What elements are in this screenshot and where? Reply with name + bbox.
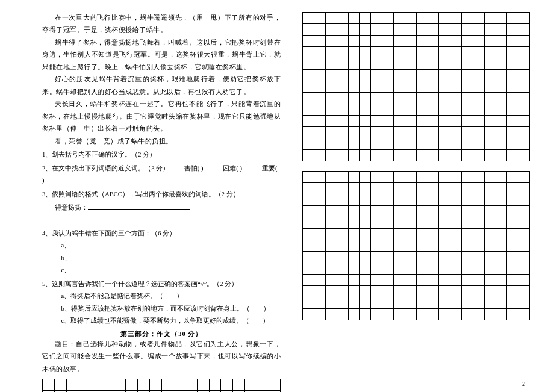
question-3: 3、依照词语的格式（ABCC），写出两个你最喜欢的词语。（2 分） <box>42 188 281 201</box>
q4c-label: c、 <box>61 267 71 273</box>
essay-prompt: 题目：自己选择几种动物，或者几件物品，以它们为主人公，想象一下，它们之间可能会发… <box>42 338 281 375</box>
q4b-label: b、 <box>61 255 71 261</box>
q2-w2: ) 困难( <box>201 165 238 172</box>
q2-w1: 害怕( <box>184 165 200 172</box>
page-number: 2 <box>522 381 525 387</box>
blank[interactable] <box>42 215 145 222</box>
blank[interactable] <box>70 266 227 273</box>
q4c-line: c、 <box>42 264 281 276</box>
passage-p1: 在一次重大的飞行比赛中，蜗牛遥遥领先，（用 甩）下了所有的对手，夺得了冠军。于是… <box>42 12 281 37</box>
q2-w4: ) <box>42 177 45 184</box>
writing-grid-left[interactable] <box>42 379 281 392</box>
left-column: 在一次重大的飞行比赛中，蜗牛遥遥领先，（用 甩）下了所有的对手，夺得了冠军。于是… <box>42 12 281 392</box>
q4b-line: b、 <box>42 252 281 264</box>
passage-p3: 好心的朋友见蜗牛背着沉重的奖杯，艰难地爬行着，便劝它把奖杯放下来。蜗牛却把别人的… <box>42 73 281 98</box>
question-5: 5、这则寓言告诉我们一个什么道理？选正确的答案画“√”。（2 分） <box>42 278 281 290</box>
blank[interactable] <box>71 253 228 260</box>
q5c: c、取得了成绩也不能骄傲，要不断努力，以争取更好的成绩。（ ） <box>42 315 281 327</box>
question-4: 4、我认为蜗牛错在下面的三个方面：（6 分） <box>42 228 281 240</box>
q5b: b、得奖后应该把奖杯放在别的地方，而不应该时刻背在身上。（ ） <box>42 303 281 315</box>
q3a-label: 得意扬扬： <box>55 204 88 211</box>
passage-p4: 天长日久，蜗牛和奖杯连在一起了。它再也不能飞行了，只能背着沉重的奖杯，在地上慢慢… <box>42 98 281 135</box>
q3-blank: 得意扬扬： <box>42 202 281 226</box>
writing-grid-right-top[interactable] <box>302 12 530 161</box>
passage-p2: 蜗牛得了奖杯，得意扬扬地飞舞着，叫喊着。这以后，它把奖杯时刻带在身边，生怕别人不… <box>42 37 281 73</box>
blank[interactable] <box>88 203 190 210</box>
writing-grid-right-bottom[interactable] <box>302 171 530 320</box>
question-2: 2、在文中找出下列词语的近义词。（3 分） 害怕( ) 困难( ) 重要( ) <box>42 163 281 187</box>
right-column <box>302 12 530 392</box>
passage-p5: 看，荣誉（竟 竞）成了蜗牛的负担。 <box>42 135 281 148</box>
q5a: a、得奖后不能总是惦记着奖杯。（ ） <box>42 290 281 302</box>
q4a-line: a、 <box>42 240 281 252</box>
question-1: 1、划去括号内不正确的汉字。（2 分） <box>42 149 281 161</box>
section-3-title: 第三部分：作文（30 分） <box>42 330 281 338</box>
q2-w3: ) 重要( <box>240 165 278 172</box>
q4a-label: a、 <box>61 242 71 249</box>
q2-text: 2、在文中找出下列词语的近义词。（3 分） <box>42 165 169 172</box>
blank[interactable] <box>70 241 227 248</box>
